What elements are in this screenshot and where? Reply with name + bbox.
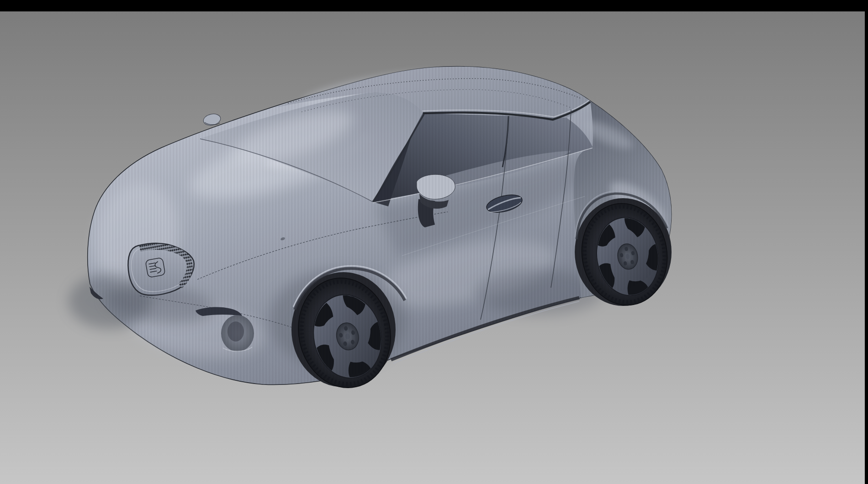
cad-viewport-canvas[interactable] <box>0 11 865 484</box>
car-model-render <box>0 0 868 484</box>
car-model <box>69 59 699 406</box>
top-letterbox-bar <box>0 0 868 11</box>
camera-pod <box>202 112 222 126</box>
render-banding-overlay <box>69 59 699 406</box>
screenshot-root <box>0 0 868 484</box>
right-letterbox-bar <box>865 0 868 484</box>
